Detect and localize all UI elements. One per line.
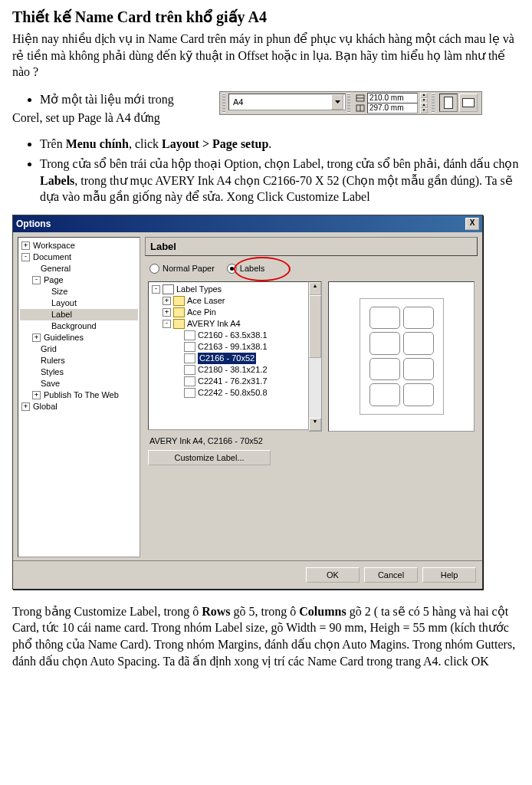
label-preview-sheet: [360, 298, 444, 415]
label-type-avery-ink-a4[interactable]: -AVERY Ink A4: [150, 318, 307, 330]
orientation-group: [438, 94, 479, 113]
scroll-thumb[interactable]: [309, 295, 321, 358]
close-button[interactable]: X: [465, 218, 479, 230]
tree-item-styles[interactable]: Styles: [20, 366, 138, 378]
final-paragraph: Trong bảng Customize Label, trong ô Rows…: [12, 603, 520, 669]
tree-item-size[interactable]: Size: [20, 286, 138, 297]
label-type-ace-pin[interactable]: +Ace Pin: [150, 307, 307, 318]
tree-item-workspace[interactable]: +Workspace: [20, 240, 138, 251]
tree-item-global[interactable]: +Global: [20, 401, 138, 412]
toolbar-grip: [222, 94, 225, 113]
ok-button[interactable]: OK: [306, 567, 360, 583]
paper-size-dropdown-button[interactable]: [331, 94, 343, 110]
tree-item-rulers[interactable]: Rulers: [20, 355, 138, 366]
toolbar-grip-3: [432, 94, 435, 113]
page-height-spinner[interactable]: ▲▼: [420, 103, 428, 113]
width-icon: [356, 94, 365, 102]
landscape-button[interactable]: [459, 94, 478, 112]
options-dialog: Options X +Workspace-DocumentGeneral-Pag…: [12, 215, 483, 590]
folder-icon: [173, 296, 185, 306]
label-type-c2242-50-8x50-8[interactable]: C2242 - 50.8x50.8: [150, 387, 307, 399]
label-type-c2160-63-5x38-1[interactable]: C2160 - 63.5x38.1: [150, 330, 307, 341]
label-type-c2166-70x52[interactable]: C2166 - 70x52: [150, 353, 307, 364]
page-title: Thiết kế Name Card trên khổ giấy A4: [12, 8, 520, 26]
tree-item-publish-to-the-web[interactable]: +Publish To The Web: [20, 389, 138, 401]
portrait-button[interactable]: [439, 94, 458, 112]
label-type-c2241-76-2x31-7[interactable]: C2241 - 76.2x31.7: [150, 376, 307, 387]
toolbar-grip-2: [347, 94, 350, 113]
intro-paragraph: Hiện nay nhiều dịch vụ in Name Card trên…: [12, 31, 520, 80]
file-icon: [184, 330, 195, 340]
label-panel: Label Normal Paper Labels: [145, 237, 478, 557]
scroll-down-button[interactable]: ▼: [309, 418, 321, 431]
tree-item-general[interactable]: General: [20, 263, 138, 274]
tree-item-background[interactable]: Background: [20, 320, 138, 332]
label-type-c2163-99-1x38-1[interactable]: C2163 - 99.1x38.1: [150, 341, 307, 353]
tree-item-guidelines[interactable]: +Guidelines: [20, 332, 138, 343]
folder-icon: [173, 307, 185, 317]
bullet-open-doc: Mở một tài liệu mới trong: [40, 91, 219, 108]
height-icon: [356, 104, 365, 112]
file-icon: [184, 365, 195, 375]
tree-item-save[interactable]: Save: [20, 378, 138, 389]
folder-icon: [173, 319, 185, 329]
page-height-input[interactable]: 297.0 mm: [367, 103, 418, 113]
file-icon: [184, 342, 195, 352]
file-icon: [184, 376, 195, 386]
file-icon: [184, 388, 195, 398]
label-preview: [328, 281, 475, 432]
bullet-menu-layout: Trên Menu chính, click Layout > Page set…: [40, 136, 520, 153]
help-button[interactable]: Help: [422, 567, 476, 583]
selected-label-status: AVERY Ink A4, C2166 - 70x52: [145, 432, 478, 447]
bullet-open-doc-line2: Corel, set up Page là A4 đứng: [12, 110, 219, 125]
scroll-up-button[interactable]: ▲: [309, 282, 321, 295]
cancel-button[interactable]: Cancel: [364, 567, 418, 583]
dialog-title: Options: [16, 218, 51, 229]
corel-page-toolbar: A4 210.0 mm ▲▼ 297.0 mm ▲▼: [219, 91, 482, 115]
tree-item-page[interactable]: -Page: [20, 274, 138, 286]
customize-label-button[interactable]: Customize Label...: [148, 450, 271, 465]
page-width-input[interactable]: 210.0 mm: [367, 93, 418, 103]
label-type-c2180-38-1x21-2[interactable]: C2180 - 38.1x21.2: [150, 364, 307, 376]
label-types-icon: [163, 284, 174, 294]
tree-item-layout[interactable]: Layout: [20, 297, 138, 309]
tree-item-label[interactable]: Label: [20, 309, 138, 320]
radio-labels[interactable]: Labels: [227, 264, 264, 274]
options-tree[interactable]: +Workspace-DocumentGeneral-PageSizeLayou…: [18, 237, 140, 557]
tree-item-grid[interactable]: Grid: [20, 343, 138, 355]
radio-normal-paper[interactable]: Normal Paper: [149, 264, 215, 274]
file-icon: [184, 353, 195, 363]
label-tree-scrollbar[interactable]: ▲ ▼: [309, 281, 322, 432]
tree-item-document[interactable]: -Document: [20, 251, 138, 263]
label-type-ace-laser[interactable]: +Ace Laser: [150, 295, 307, 307]
panel-title: Label: [145, 237, 478, 256]
svg-marker-0: [335, 100, 340, 103]
page-dimensions-group: 210.0 mm ▲▼ 297.0 mm ▲▼: [353, 94, 430, 113]
paper-size-combo[interactable]: A4: [228, 94, 346, 110]
label-types-tree[interactable]: - Label Types +Ace Laser+Ace Pin-AVERY I…: [148, 281, 309, 430]
paper-size-value: A4: [231, 97, 331, 107]
dialog-titlebar: Options X: [13, 215, 482, 232]
bullet-select-label-start: Trong cửa sổ bên trái của hộp thoại Opti…: [40, 156, 520, 205]
